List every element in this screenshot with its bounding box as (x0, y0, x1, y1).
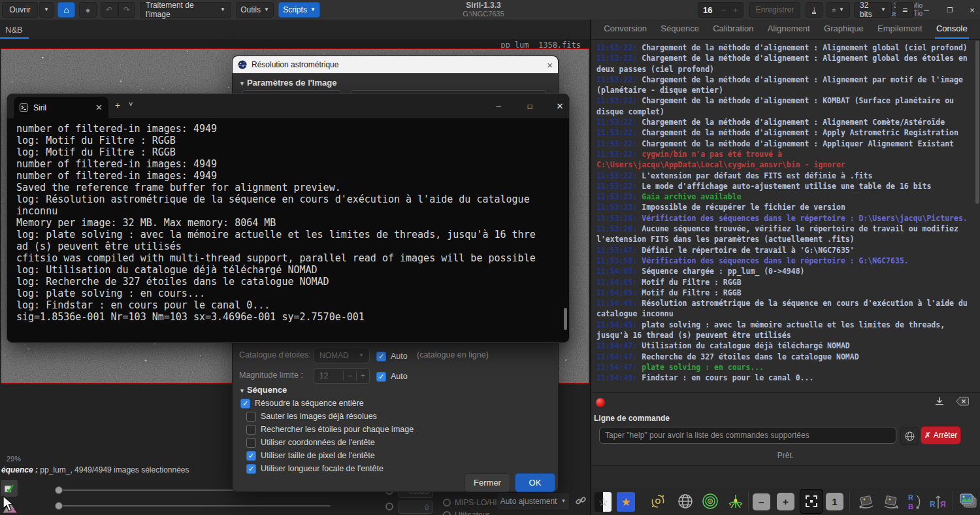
log-entry: 11:54:49: Findstar : en cours pour le ca… (596, 373, 968, 383)
tab-empilement[interactable]: Empilement (876, 20, 924, 39)
new-tab-button[interactable]: + (115, 100, 120, 110)
terminal-line: log: Recherche de 327 étoiles dans le ca… (16, 276, 559, 288)
threads-decrement[interactable]: − (717, 5, 729, 15)
redo-button[interactable]: ↷ (118, 2, 135, 18)
hamburger-menu-button[interactable]: ≡ (896, 2, 914, 18)
terminal-tab[interactable]: Siril ✕ (14, 97, 108, 118)
stop-button[interactable]: ✗ Arrêter (921, 426, 961, 444)
checkbox-label: Utiliser longueur focale de l'entête (261, 464, 384, 473)
terminal-close-button[interactable]: ✕ (546, 94, 570, 118)
galaxy-annotate-button[interactable] (647, 490, 669, 512)
sequence-option-checkbox[interactable]: Rechercher les étoiles pour chaque image (246, 423, 414, 436)
dialog-titlebar[interactable]: Résolution astrométrique × (233, 56, 558, 73)
terminal-output[interactable]: number of filtered-in images: 4949log: M… (16, 123, 559, 323)
star-finder-icon (726, 492, 745, 510)
tab-alignement[interactable]: Alignement (766, 20, 811, 39)
tab-séquence[interactable]: Séquence (659, 20, 700, 39)
menu-scripts[interactable]: Scripts▼ (278, 2, 320, 18)
export-button[interactable]: ↓ (806, 2, 823, 18)
zoom-100-button[interactable]: 1 (826, 493, 843, 510)
terminal-line: log: plate solving : avec la mémoire act… (16, 229, 559, 241)
section-image-params[interactable]: ▼Paramètres de l'Image (239, 78, 336, 88)
save-button[interactable]: Enregistrer (749, 2, 800, 18)
tab-graphique[interactable]: Graphique (823, 20, 865, 39)
zoom-in-button[interactable]: + (777, 493, 794, 510)
chevron-down-icon: ▼ (881, 7, 886, 12)
magnitude-auto-checkbox[interactable]: ✓ Auto (376, 370, 408, 383)
fit-screen-icon (806, 495, 817, 507)
display-mode-button[interactable] (0, 479, 18, 497)
tab-close-icon[interactable]: ✕ (95, 103, 103, 112)
log-entry: 11:54:47: plate solving : en cours... (596, 362, 968, 373)
terminal-minimize-button[interactable]: – (484, 94, 513, 118)
tab-nb[interactable]: N&B (5, 25, 23, 35)
terminal-titlebar[interactable]: Siril ✕ + ˅ – □ ✕ (7, 94, 569, 118)
catalog-dropdown[interactable]: NOMAD▼ (314, 348, 370, 363)
menu-image-processing[interactable]: Traitement de l'image▼ (140, 2, 231, 18)
star-picker-button[interactable] (724, 490, 747, 512)
magnitude-decrement[interactable]: − (343, 371, 356, 380)
link-channels-button[interactable] (572, 491, 589, 510)
low-threshold-slider[interactable] (63, 505, 331, 507)
export-log-button[interactable] (934, 396, 945, 410)
low-radio[interactable] (385, 503, 393, 510)
online-help-button[interactable] (900, 427, 919, 445)
tab-conversion[interactable]: Conversion (602, 20, 648, 39)
snapshot-button[interactable]: ▼ (826, 2, 850, 18)
star-invert-toggle[interactable]: ☆ (595, 492, 612, 512)
tab-calibration[interactable]: Calibration (711, 20, 755, 39)
low-threshold-handle[interactable] (55, 502, 63, 510)
rotate-left-button[interactable] (856, 491, 877, 511)
log-entry: 11:53:22: Chargement de la méthode d'ali… (596, 53, 968, 75)
undo-button[interactable]: ↶ (101, 2, 118, 18)
toolbar-separator (748, 491, 749, 511)
sequence-option-checkbox[interactable]: ✓Utiliser taille de pixel de l'entête (246, 449, 414, 462)
bit-depth-dropdown[interactable]: 32 bits▼ (854, 2, 892, 18)
magnitude-increment[interactable]: + (356, 371, 369, 380)
zoom-out-button[interactable]: − (753, 493, 770, 510)
sequence-option-checkbox[interactable]: Sauter les images déjà résolues (246, 410, 414, 423)
user-radio[interactable] (443, 511, 451, 515)
home-button[interactable]: ⌂ (57, 2, 75, 18)
high-threshold-handle[interactable] (55, 486, 63, 494)
sequence-option-checkbox[interactable]: ✓Résoudre la séquence entière (240, 397, 414, 410)
window-close-button[interactable]: × (959, 0, 980, 20)
zoom-fit-button[interactable] (800, 489, 823, 514)
low-value-box[interactable]: 0 (399, 501, 433, 514)
section-sequence[interactable]: ▼Séquence (239, 385, 287, 395)
terminal-maximize-button[interactable]: □ (515, 94, 544, 118)
ok-button[interactable]: OK (515, 473, 555, 492)
menu-tools[interactable]: Outils▼ (236, 2, 274, 18)
command-input[interactable] (599, 427, 896, 444)
check-layers-icon (4, 483, 14, 493)
tab-dropdown-button[interactable]: ˅ (129, 100, 133, 108)
photometry-button[interactable] (699, 490, 721, 512)
open-chevron-button[interactable]: ▼ (39, 2, 54, 18)
flip-horizontal-button[interactable]: R Я (928, 491, 949, 512)
processing-indicator-button[interactable]: ● (79, 2, 97, 18)
checkbox-label: Utiliser taille de pixel de l'entête (261, 451, 375, 460)
magnitude-spinner[interactable]: 12 − + (314, 368, 370, 384)
open-button[interactable]: Ouvrir (2, 2, 38, 18)
autostretch-dropdown[interactable]: Auto ajustement▼ (497, 492, 570, 510)
rotate-right-button[interactable] (881, 491, 902, 511)
close-dialog-button[interactable]: Fermer (465, 473, 510, 492)
console-scrollbar-thumb[interactable] (975, 41, 979, 204)
wcs-grid-button[interactable] (674, 490, 696, 512)
sequence-frames-button[interactable] (956, 489, 980, 514)
clear-log-button[interactable] (956, 397, 969, 408)
threads-spinner[interactable]: 16 − + (698, 2, 743, 18)
window-minimize-button[interactable]: – (913, 0, 939, 20)
dialog-close-icon[interactable]: × (547, 59, 553, 71)
mips-radio[interactable] (443, 499, 451, 507)
tab-console[interactable]: Console (935, 20, 969, 39)
threads-increment[interactable]: + (729, 5, 742, 15)
star-detection-button[interactable]: ★ (617, 492, 635, 512)
terminal-scrollbar-thumb[interactable] (564, 308, 567, 330)
console-log[interactable]: 11:53:22: Chargement de la méthode d'ali… (591, 39, 972, 392)
sequence-option-checkbox[interactable]: ✓Utiliser longueur focale de l'entête (246, 462, 414, 475)
sequence-option-checkbox[interactable]: Utiliser coordonnées de l'entête (246, 436, 414, 449)
catalog-auto-checkbox[interactable]: ✓ Auto (376, 350, 408, 363)
flip-vertical-button[interactable]: R B (906, 491, 924, 512)
log-entry: 11:53:47: Définir le répertoire de trava… (596, 245, 968, 256)
